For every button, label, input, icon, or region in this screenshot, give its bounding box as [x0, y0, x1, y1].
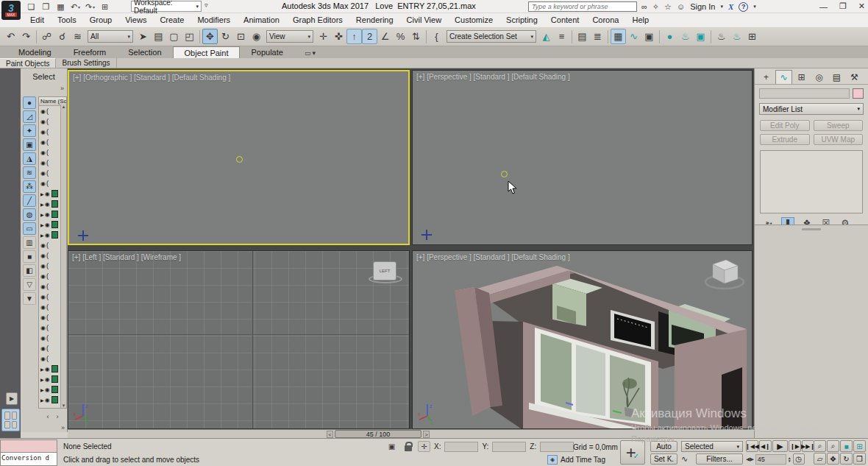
visibility-eye-icon[interactable]: ◉ — [40, 180, 46, 187]
zoom-all-icon[interactable]: ⌕ — [827, 440, 839, 452]
render-production-icon[interactable]: ♨ — [714, 29, 729, 44]
listener-macro-row[interactable] — [0, 439, 57, 453]
undo-icon[interactable]: ↶▾ — [69, 1, 82, 13]
menu-item[interactable]: Tools — [51, 15, 83, 24]
workspace-flyout-icon[interactable]: ▿ — [204, 1, 208, 9]
ribbon-tab[interactable]: Selection — [117, 46, 172, 58]
ribbon-subtab[interactable]: Paint Objects — [0, 58, 56, 68]
explorer-expand-button[interactable]: » — [61, 424, 65, 431]
filter-advanced-icon[interactable]: ▼ — [23, 292, 36, 305]
display-containers-icon[interactable]: ◍ — [23, 208, 36, 221]
menu-item[interactable]: Create — [153, 15, 191, 24]
object-color-swatch[interactable] — [853, 88, 864, 99]
layer-color-swatch[interactable] — [51, 190, 58, 197]
restore-button[interactable]: ❐ — [839, 1, 847, 11]
visibility-eye-icon[interactable]: ◉ — [40, 345, 46, 352]
display-hidden-icon[interactable]: ◧ — [23, 264, 36, 277]
select-and-place-icon[interactable]: ◉ — [249, 29, 264, 44]
visibility-eye-icon[interactable]: ◉ — [40, 253, 46, 259]
go-to-start-button[interactable]: ❙◀◀ — [746, 440, 758, 452]
tab-utilities[interactable]: ⚒ — [846, 70, 863, 84]
visibility-eye-icon[interactable]: ◉ — [40, 273, 46, 280]
separator[interactable] — [34, 29, 39, 44]
view-cube-face[interactable]: LEFT — [373, 261, 396, 280]
visibility-eye-icon[interactable]: ◉ — [45, 222, 50, 228]
next-frame-tick-button[interactable]: > — [423, 431, 430, 438]
angle-snap-icon[interactable]: ∠ — [377, 29, 393, 44]
select-and-link-icon[interactable]: ☍ — [39, 29, 54, 44]
visibility-eye-icon[interactable]: ◉ — [40, 294, 46, 300]
z-coordinate-field[interactable] — [540, 442, 574, 452]
modifier-list-dropdown[interactable]: Modifier List▾ — [759, 103, 864, 115]
ribbon-display-flyout[interactable]: ▭▾ — [305, 49, 316, 58]
select-and-move-icon[interactable]: ✥ — [202, 29, 218, 44]
keyboard-shortcut-override-icon[interactable]: ↑ — [346, 29, 362, 44]
menu-item[interactable]: Graph Editors — [286, 15, 349, 24]
pan-icon[interactable]: ✥ — [827, 453, 839, 465]
select-and-rotate-icon[interactable]: ↻ — [218, 29, 233, 44]
align-icon[interactable]: ≡ — [554, 29, 569, 44]
reference-coordinate-system-dropdown[interactable]: View▾ — [266, 30, 313, 43]
visibility-eye-icon[interactable]: ◉ — [40, 325, 46, 331]
select-object-icon[interactable]: ➤ — [135, 29, 151, 44]
scroll-down-icon[interactable]: ▼ — [62, 403, 66, 408]
percent-snap-icon[interactable]: % — [393, 29, 408, 44]
scroll-up-icon[interactable]: ▲ — [62, 105, 66, 109]
explorer-collapse-button[interactable]: » — [60, 85, 64, 92]
favorites-icon[interactable]: ☆ — [664, 2, 672, 12]
expand-arrow-icon[interactable]: ▶ — [40, 387, 44, 392]
redo-icon[interactable]: ↷ — [18, 29, 34, 44]
display-lights-icon[interactable]: ✦ — [23, 124, 36, 137]
viewport-layout-tab-button[interactable] — [1, 409, 20, 431]
minimize-button[interactable]: — — [819, 2, 828, 11]
menu-item[interactable]: Help — [625, 15, 655, 24]
display-frozen-icon[interactable]: ■ — [23, 250, 36, 263]
search-help-icon[interactable]: ∞ — [641, 2, 647, 11]
search-input[interactable] — [528, 1, 637, 12]
separator[interactable] — [197, 29, 202, 44]
modifier-button[interactable]: Edit Poly — [760, 120, 810, 131]
snap-toggle-2d-icon[interactable]: 2 — [362, 29, 377, 44]
toggle-ribbon-icon[interactable]: ▦ — [611, 29, 626, 44]
expand-arrow-icon[interactable]: ▶ — [40, 233, 44, 238]
visibility-eye-icon[interactable]: ◉ — [45, 201, 50, 208]
toggle-layer-explorer-icon[interactable]: ≣ — [590, 29, 605, 44]
separator[interactable] — [569, 29, 574, 44]
display-influences-icon[interactable]: ▭ — [23, 222, 36, 235]
visibility-eye-icon[interactable]: ◉ — [40, 149, 46, 156]
layer-color-swatch[interactable] — [51, 365, 58, 373]
layer-color-swatch[interactable] — [51, 396, 58, 403]
select-and-scale-icon[interactable]: ⊡ — [233, 29, 249, 44]
time-slider-track[interactable]: < 45 / 100 > — [68, 429, 754, 438]
display-particles-icon[interactable]: ⁂ — [23, 180, 36, 193]
next-frame-button[interactable]: ❙▶ — [789, 440, 801, 452]
viewport-label[interactable]: [+] [Perspective ] [Standard ] [Default … — [416, 253, 570, 261]
visibility-eye-icon[interactable]: ◉ — [40, 108, 46, 115]
viewport-label[interactable]: [+] [Left ] [Standard ] [Wireframe ] — [72, 253, 181, 261]
separator[interactable] — [605, 29, 611, 44]
selection-lock-icon[interactable] — [402, 441, 414, 452]
absolute-mode-toggle-icon[interactable]: ✛ — [418, 441, 430, 452]
exchange-apps-icon[interactable]: X — [728, 2, 733, 11]
tab-create[interactable]: + — [758, 70, 775, 84]
expand-arrow-icon[interactable]: ▶ — [40, 222, 44, 227]
tab-hierarchy[interactable]: ⊞ — [793, 70, 810, 84]
viewport-perspective-top[interactable]: [+] [Perspective ] [Standard ] [Default … — [412, 70, 753, 245]
auto-key-button[interactable]: Auto — [650, 441, 677, 452]
redo-icon[interactable]: ↷▾ — [84, 1, 96, 13]
display-shapes-icon[interactable]: ◿ — [23, 110, 36, 123]
modifier-button[interactable]: Sweep — [814, 120, 864, 131]
menu-item[interactable]: Group — [83, 15, 119, 24]
separator[interactable] — [708, 29, 714, 44]
isolate-selection-toggle-icon[interactable]: ▣ — [385, 441, 398, 452]
spinner-snap-icon[interactable]: ⇅ — [408, 29, 424, 44]
unlink-selection-icon[interactable]: ☌ — [54, 29, 70, 44]
viewport-label[interactable]: [+] [Perspective ] [Standard ] [Default … — [416, 73, 570, 81]
listener-script-row[interactable]: Conversion d — [0, 453, 57, 466]
ribbon-subtab[interactable]: Brush Settings — [56, 58, 116, 68]
visibility-eye-icon[interactable]: ◉ — [40, 263, 46, 269]
ribbon-tab[interactable]: Modeling — [7, 46, 63, 58]
visibility-eye-icon[interactable]: ◉ — [40, 314, 46, 321]
key-filters-icon[interactable]: ∿ — [681, 454, 688, 464]
ribbon-tab[interactable]: Populate — [240, 46, 294, 58]
